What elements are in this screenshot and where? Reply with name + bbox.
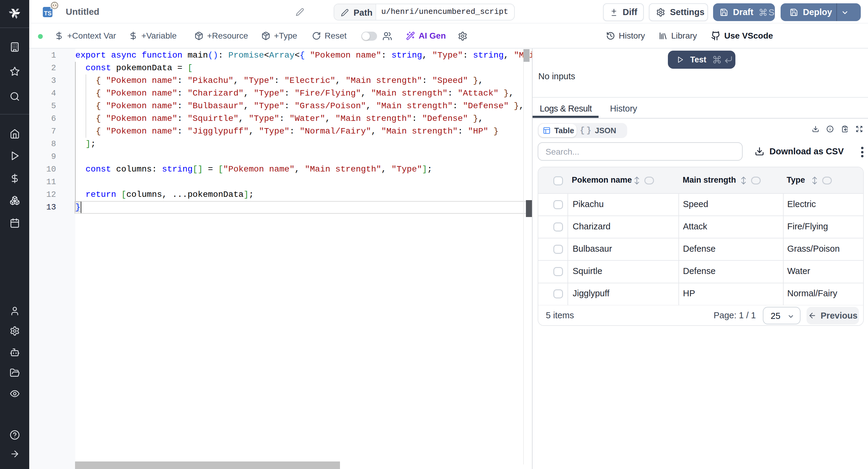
svg-text:TS: TS <box>44 10 52 17</box>
